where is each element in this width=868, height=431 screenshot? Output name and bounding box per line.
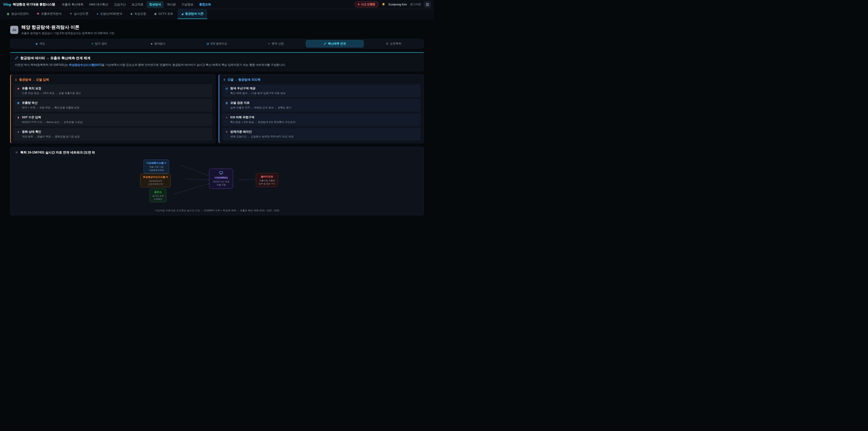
model-input-card: ⇩ 항공탐색 → 모델 입력 ◉ 유출 위치 보정 드론·위성 영상 → GPS… (10, 74, 215, 143)
item-title: 탐색 우선구역 제공 (230, 86, 255, 90)
list-item: ▥ 모델 검증 자료 실측 유출유 위치 ↔ 예측값 오차 분석 → 정확도 평… (222, 99, 421, 112)
subnav-label: 항공탐색 이론 (185, 12, 204, 16)
nav-item-emergency-rescue[interactable]: 긴급구난 (111, 1, 128, 8)
tab-label: 개요 (39, 42, 45, 45)
ship-icon: ⚓ (225, 130, 228, 133)
sst-system-link[interactable]: 위성영상수신시스템(SST) (69, 63, 102, 66)
flow-cards-row: ⇩ 항공탐색 → 모델 입력 ◉ 유출 위치 보정 드론·위성 영상 → GPS… (10, 74, 424, 143)
satellite-icon: ◈ (130, 12, 132, 16)
user-name: Eunjeong Kim (389, 3, 407, 6)
page-title: 해양 항공탐색·원격탐사 이론 (21, 24, 114, 30)
warning-icon: ⚠ (225, 116, 228, 119)
intro-text-before: 이문진 박사 특허(등록특허 10-1567431)는 (15, 63, 69, 66)
list-item: ▮ SST 수온 입력 NGSST FTP 수신 → Akima 보간 → 표류… (14, 113, 212, 126)
input-card-title: 항공탐색 → 모델 입력 (19, 78, 49, 82)
item-title: 모델 검증 자료 (230, 101, 250, 105)
monitor-icon (213, 171, 229, 175)
nav-item-spill-prediction[interactable]: 유출유 확산예측 (59, 1, 86, 8)
node-line: 바람·기온·기압 (146, 165, 166, 168)
node-line: 유출지점·유출량 (258, 179, 275, 182)
tab-prediction-link[interactable]: 확산예측 연계 (306, 40, 364, 48)
page-subtitle: 유출유 원격탐지·항공감시 기법·ESI 방제정보지도·등록특허 10-1567… (21, 31, 114, 35)
feedback-card-title: 모델 → 항공탐색 피드백 (227, 78, 260, 82)
subnav-label: CCTV 조회 (158, 12, 173, 16)
nav-item-reports[interactable]: 보고자료 (129, 1, 146, 8)
page-header: 해양 항공탐색·원격탐사 이론 유출유 원격탐지·항공감시 기법·ESI 방제정… (10, 24, 424, 35)
map-icon: ▤ (207, 42, 209, 45)
node-line: 모델 구동 (213, 183, 229, 186)
cctv-icon: ◉ (154, 12, 156, 16)
tab-label: 원격탐사 (154, 42, 165, 45)
subnav-item-aerial-search-theory[interactable]: ◢ 항공탐색 이론 (178, 9, 207, 19)
subnav-label: 실시간드론 (74, 12, 88, 16)
node-line: 조석정보 (152, 197, 164, 201)
diagram-caption: 기상자료·수온자료·조석정보 실시간 수신 → CHARRY 조류 + 취송류 … (15, 209, 419, 212)
list-item: ⚠ ESI 피해 위험구역 확산경로 × ESI 등급 → 항공탐색 ESI 현… (222, 113, 421, 126)
nav-item-weather-info[interactable]: 기상정보 (179, 1, 196, 8)
item-title: 풍화 상태 확인 (22, 130, 41, 134)
outbox-icon: ⇧ (223, 78, 225, 82)
list-item: ● 풍화 상태 확인 색상 분류 → 증발비 추정 → 풍화모델 초기값 보정 (14, 128, 212, 141)
tab-area-calculation[interactable]: ✏ 면적 산정 (247, 40, 305, 48)
network-diagram-section: 특허 10-1567431 실시간 자료 연계 네트워크 (도면 9) 기상예측… (10, 147, 424, 215)
subnav-item-image-management[interactable]: ▣ 영상사진관리 (3, 9, 32, 19)
node-line: SST(NGSST) (143, 180, 168, 182)
flower-icon: ✽ (37, 12, 39, 16)
nav-item-integrated-search[interactable]: 통합조회 (196, 1, 214, 8)
notification-bell-icon[interactable] (381, 2, 385, 6)
subnav-item-satellite-request[interactable]: ◈ 위성요청 (127, 9, 150, 19)
node-tide-station[interactable]: 검조소 실시간 조위 조석정보 (150, 188, 166, 202)
incident-status-badge[interactable]: 사고 진행중 (355, 1, 378, 7)
menu-button[interactable] (424, 1, 431, 8)
node-title: 기상예측시스템 ① (146, 161, 166, 165)
list-item: ▤ 탐색 우선구역 제공 확산 예측 결과 → 다음 탐색 집중구역 자동 생성 (222, 84, 421, 97)
subnav-item-realtime-drone[interactable]: ✈ 실시간드론 (66, 9, 92, 19)
tab-detection-equipment[interactable]: ✈ 탐지 장비 (70, 40, 128, 48)
incident-status-label: 사고 진행중 (361, 2, 375, 6)
nav-item-hns-atmosphere[interactable]: HNS·대기확산 (86, 1, 111, 8)
item-desc: 실측 유출유 위치 ↔ 예측값 오차 분석 → 정확도 평가 (230, 106, 418, 110)
palette-icon: ● (17, 130, 20, 133)
item-desc: 확산경로 × ESI 등급 → 항공탐색 ESI 현장확인 우선순위 (230, 120, 418, 124)
nav-item-board[interactable]: 게시판 (164, 1, 178, 8)
alert-dot-icon (358, 4, 360, 5)
node-wing-server[interactable]: 서버(WING) 데이터 수신·저장 모델 구동 (209, 168, 233, 189)
plane-icon: ✈ (91, 42, 93, 45)
node-client[interactable]: 클라이언트 유출지점·유출량 입력 및 결과 수신 (256, 173, 278, 187)
network-title: 특허 10-1567431 실시간 자료 연계 네트워크 (도면 9) (20, 151, 95, 155)
map-icon: ▤ (225, 87, 228, 90)
topnav-right-group: 사고 진행중 Eunjeong Kim 로그아웃 (355, 1, 431, 8)
item-title: ESI 피해 위험구역 (230, 115, 254, 119)
top-navigation: Wing 해양환경 위기대응 통합시스템 유출유 확산예측 HNS·대기확산 긴… (0, 0, 434, 9)
tab-overview[interactable]: ◉ 개요 (11, 40, 69, 48)
subnav-label: 영상사진관리 (11, 12, 29, 16)
node-satellite-receiver[interactable]: 위성영상수신시스템 ② SST(NGSST) 도호쿠대학 FTP (140, 174, 170, 187)
item-desc: 확산 예측 결과 → 다음 탐색 집중구역 자동 생성 (230, 92, 418, 95)
intro-paragraph: 이문진 박사 특허(등록특허 10-1567431)는 위성영상수신시스템(SS… (15, 63, 419, 67)
item-desc: 색상 분류 → 증발비 추정 → 풍화모델 초기값 보정 (22, 135, 209, 138)
node-weather-system[interactable]: 기상예측시스템 ① 바람·기온·기압 국립환경과학원 (144, 160, 169, 173)
app-title: 해양환경 위기대응 통합시스템 (13, 2, 55, 6)
subnav-label: 위성요청 (134, 12, 146, 16)
inbox-icon: ⇩ (15, 78, 17, 82)
item-desc: NGSST FTP 수신 → Akima 보간 → 표류모델 수온값 (22, 120, 209, 124)
item-desc: 예측 도달시간 → 오일펜스·방제정 최적 배치 좌표 제공 (230, 135, 418, 138)
tab-remote-sensing[interactable]: ◈ 원격탐사 (129, 40, 187, 48)
tab-label: 탐지 장비 (95, 42, 107, 45)
tab-papers-patents[interactable]: ☰ 논문특허 (365, 40, 423, 48)
item-desc: 면적 × 두께 → 유량 추정 → 확산모델 유출량 보정 (22, 106, 209, 110)
subnav-item-ship-3d-analysis[interactable]: ● 오염/선박3D분석 (93, 9, 126, 19)
logout-button[interactable]: 로그아웃 (410, 2, 421, 6)
nav-item-aerial-search[interactable]: 항공탐색 (147, 1, 164, 8)
list-item: ⚓ 방제자원 배치안 예측 도달시간 → 오일펜스·방제정 최적 배치 좌표 제… (222, 128, 421, 141)
tab-esi-map[interactable]: ▤ ESI 방제지도 (188, 40, 246, 48)
app-logo[interactable]: Wing 해양환경 위기대응 통합시스템 (3, 2, 55, 6)
item-title: 유출 위치 보정 (22, 86, 41, 90)
intro-title: 항공탐색 데이터 → 유출유 확산예측 연계 체계 (20, 56, 90, 60)
subnav-item-cctv[interactable]: ◉ CCTV 조회 (151, 9, 177, 19)
bar-chart-icon: ▦ (17, 101, 20, 104)
node-title: 위성영상수신시스템 ② (143, 175, 168, 179)
drone-icon: ✈ (70, 12, 72, 16)
sub-navigation: ▣ 영상사진관리 ✽ 유출유면적분석 ✈ 실시간드론 ● 오염/선박3D분석 ◈… (0, 9, 434, 19)
subnav-item-oil-area-analysis[interactable]: ✽ 유출유면적분석 (33, 9, 65, 19)
